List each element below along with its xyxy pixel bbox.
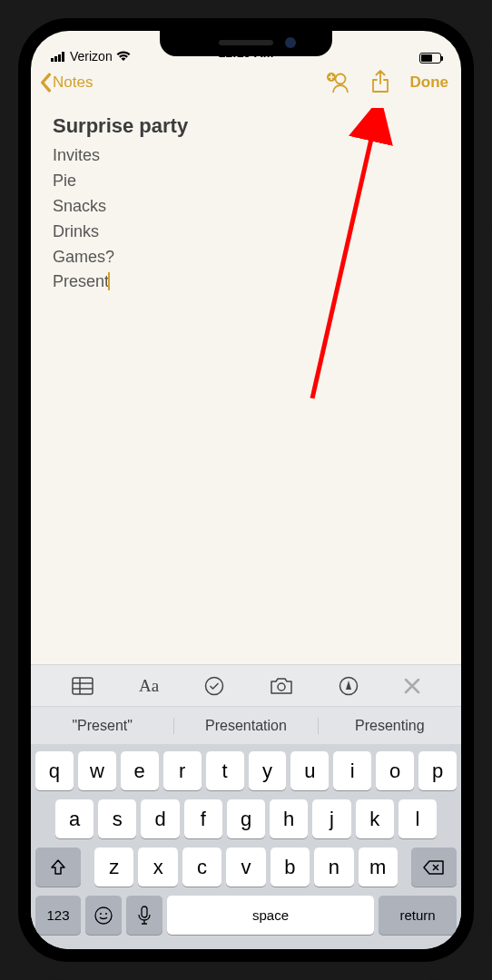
svg-rect-7 [73, 678, 93, 694]
suggestion[interactable]: Presenting [319, 718, 461, 734]
note-line: Invites [53, 143, 439, 169]
key-dictation[interactable] [126, 896, 162, 935]
back-button[interactable]: Notes [38, 73, 93, 93]
shift-icon [49, 858, 67, 877]
predictive-bar: "Present" Presentation Presenting [31, 706, 461, 744]
table-icon [72, 677, 93, 695]
key-u[interactable]: u [290, 751, 329, 790]
note-line: Present [53, 270, 439, 295]
key-numbers[interactable]: 123 [35, 896, 81, 935]
close-keyboard-button[interactable] [404, 678, 420, 694]
side-button-vol-down [0, 277, 1, 331]
key-n[interactable]: n [314, 848, 353, 887]
keyboard: q w e r t y u i o p a s d f g h [31, 744, 461, 949]
key-t[interactable]: t [206, 751, 244, 790]
cellular-signal-icon [51, 52, 66, 62]
side-button-vol-up [0, 209, 1, 263]
markup-button[interactable] [339, 676, 359, 696]
share-icon [370, 70, 390, 95]
svg-point-15 [100, 913, 102, 915]
key-o[interactable]: o [376, 751, 414, 790]
note-line: Drinks [53, 220, 439, 245]
svg-rect-2 [58, 54, 61, 62]
note-editor[interactable]: Surprise party Invites Pie Snacks Drinks… [31, 102, 461, 664]
suggestion[interactable]: "Present" [31, 718, 174, 734]
note-line: Games? [53, 245, 439, 270]
svg-point-14 [95, 907, 112, 924]
microphone-icon [138, 906, 151, 926]
key-k[interactable]: k [356, 799, 394, 838]
key-c[interactable]: c [182, 848, 221, 887]
done-button[interactable]: Done [410, 74, 449, 92]
wifi-icon [116, 51, 131, 62]
speaker-grille [219, 40, 273, 45]
keyboard-toolbar: Aa [31, 664, 461, 706]
key-backspace[interactable] [411, 848, 457, 887]
close-icon [404, 678, 420, 694]
suggestion[interactable]: Presentation [174, 718, 318, 734]
key-p[interactable]: p [418, 751, 457, 790]
emoji-icon [93, 906, 113, 926]
key-s[interactable]: s [98, 799, 136, 838]
svg-rect-1 [54, 56, 57, 62]
key-space[interactable]: space [167, 896, 374, 935]
nav-bar: Notes Done [31, 64, 461, 102]
key-e[interactable]: e [121, 751, 159, 790]
note-line: Snacks [53, 194, 439, 220]
svg-point-12 [278, 683, 285, 691]
checkmark-circle-icon [204, 676, 224, 696]
svg-point-4 [335, 74, 345, 84]
table-button[interactable] [72, 677, 93, 695]
note-line: Pie [53, 169, 439, 194]
svg-point-11 [206, 677, 223, 694]
key-return[interactable]: return [379, 896, 457, 935]
key-m[interactable]: m [359, 848, 398, 887]
side-button-mute [0, 154, 1, 181]
text-format-button[interactable]: Aa [139, 676, 159, 696]
key-y[interactable]: y [249, 751, 287, 790]
battery-icon [419, 53, 441, 64]
key-w[interactable]: w [78, 751, 116, 790]
phone-frame: Verizon 11:19 AM Notes [0, 0, 492, 980]
add-collaborator-button[interactable] [325, 72, 350, 93]
svg-rect-17 [142, 906, 147, 917]
back-label: Notes [53, 74, 93, 92]
checklist-button[interactable] [204, 676, 224, 696]
key-d[interactable]: d [141, 799, 179, 838]
svg-rect-0 [51, 58, 54, 62]
carrier-label: Verizon [70, 49, 113, 64]
share-button[interactable] [370, 70, 390, 95]
key-j[interactable]: j [312, 799, 350, 838]
notch [160, 31, 332, 56]
key-i[interactable]: i [333, 751, 371, 790]
key-l[interactable]: l [399, 799, 437, 838]
front-camera [285, 37, 296, 48]
key-f[interactable]: f [184, 799, 222, 838]
person-plus-icon [325, 72, 350, 93]
text-cursor [108, 272, 110, 290]
key-h[interactable]: h [270, 799, 308, 838]
key-z[interactable]: z [94, 848, 133, 887]
pen-circle-icon [339, 676, 359, 696]
key-g[interactable]: g [227, 799, 265, 838]
camera-button[interactable] [270, 677, 293, 695]
key-a[interactable]: a [55, 799, 93, 838]
note-title: Surprise party [53, 114, 439, 138]
text-format-icon: Aa [139, 676, 159, 696]
chevron-left-icon [38, 73, 53, 93]
key-emoji[interactable] [85, 896, 122, 935]
svg-point-16 [105, 913, 107, 915]
key-r[interactable]: r [163, 751, 202, 790]
key-q[interactable]: q [35, 751, 74, 790]
key-v[interactable]: v [226, 848, 265, 887]
key-x[interactable]: x [138, 848, 177, 887]
svg-rect-3 [62, 52, 64, 62]
key-shift[interactable] [35, 848, 81, 887]
key-b[interactable]: b [271, 848, 310, 887]
camera-icon [270, 677, 293, 695]
backspace-icon [423, 859, 445, 876]
